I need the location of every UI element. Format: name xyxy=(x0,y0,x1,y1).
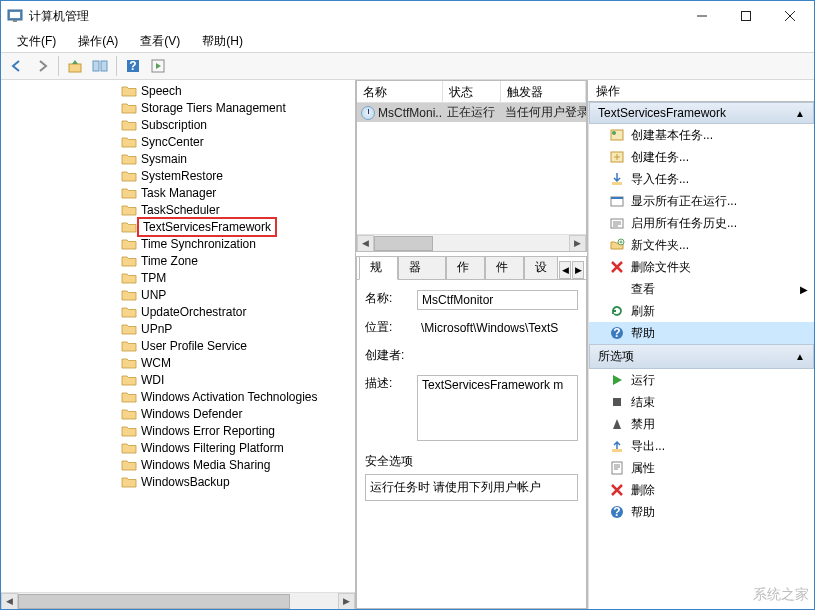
action-help[interactable]: ?帮助 xyxy=(589,322,814,344)
action-delete[interactable]: 删除 xyxy=(589,479,814,501)
tree-item-windowsbackup[interactable]: WindowsBackup xyxy=(1,473,355,490)
tree-item-storage-tiers-management[interactable]: Storage Tiers Management xyxy=(1,99,355,116)
tree-item-task-manager[interactable]: Task Manager xyxy=(1,184,355,201)
tree-item-time-zone[interactable]: Time Zone xyxy=(1,252,355,269)
tree-item-subscription[interactable]: Subscription xyxy=(1,116,355,133)
tree-item-unp[interactable]: UNP xyxy=(1,286,355,303)
action-enable-history[interactable]: 启用所有任务历史... xyxy=(589,212,814,234)
folder-icon xyxy=(121,237,137,251)
menu-action[interactable]: 操作(A) xyxy=(68,31,128,52)
action-label: 显示所有正在运行... xyxy=(631,193,737,210)
tree-hscrollbar[interactable]: ◀ ▶ xyxy=(1,592,355,609)
folder-icon xyxy=(121,390,137,404)
name-field[interactable]: MsCtfMonitor xyxy=(417,290,578,310)
tree-item-systemrestore[interactable]: SystemRestore xyxy=(1,167,355,184)
col-trigger[interactable]: 触发器 xyxy=(501,81,586,102)
up-button[interactable] xyxy=(63,55,87,77)
tab-triggers[interactable]: 触发器 xyxy=(398,256,446,279)
tree-item-label: UPnP xyxy=(141,322,172,336)
action-group-textservices[interactable]: TextServicesFramework ▲ xyxy=(589,102,814,124)
tree-item-time-synchronization[interactable]: Time Synchronization xyxy=(1,235,355,252)
tree-item-label: Time Zone xyxy=(141,254,198,268)
tree-item-windows-media-sharing[interactable]: Windows Media Sharing xyxy=(1,456,355,473)
folder-icon xyxy=(121,305,137,319)
tree-item-speech[interactable]: Speech xyxy=(1,82,355,99)
tree-item-textservicesframework[interactable]: TextServicesFramework xyxy=(1,218,355,235)
tree-item-synccenter[interactable]: SyncCenter xyxy=(1,133,355,150)
tree-item-updateorchestrator[interactable]: UpdateOrchestrator xyxy=(1,303,355,320)
maximize-button[interactable] xyxy=(724,2,768,30)
action-group-selected[interactable]: 所选项 ▲ xyxy=(589,344,814,369)
menu-file[interactable]: 文件(F) xyxy=(7,31,66,52)
minimize-button[interactable] xyxy=(680,2,724,30)
action-run[interactable]: 运行 xyxy=(589,369,814,391)
menu-help[interactable]: 帮助(H) xyxy=(192,31,253,52)
tree-item-windows-filtering-platform[interactable]: Windows Filtering Platform xyxy=(1,439,355,456)
help-icon: ? xyxy=(609,325,625,341)
tree-item-label: Task Manager xyxy=(141,186,216,200)
tree-item-wcm[interactable]: WCM xyxy=(1,354,355,371)
folder-icon xyxy=(121,203,137,217)
run-button[interactable] xyxy=(146,55,170,77)
svg-text:?: ? xyxy=(129,59,136,73)
tab-actions[interactable]: 操作 xyxy=(446,256,485,279)
tree-item-tpm[interactable]: TPM xyxy=(1,269,355,286)
tree-item-user-profile-service[interactable]: User Profile Service xyxy=(1,337,355,354)
svg-text:?: ? xyxy=(613,326,620,340)
title-bar: 计算机管理 xyxy=(1,1,814,31)
tree-item-sysmain[interactable]: Sysmain xyxy=(1,150,355,167)
tasklist-hscrollbar[interactable]: ◀ ▶ xyxy=(357,234,586,251)
action-show-running[interactable]: 显示所有正在运行... xyxy=(589,190,814,212)
desc-field[interactable]: TextServicesFramework m xyxy=(417,375,578,441)
tab-general[interactable]: 常规 xyxy=(359,256,398,280)
actions-pane: 操作 TextServicesFramework ▲ 创建基本任务...创建任务… xyxy=(588,80,814,609)
close-button[interactable] xyxy=(768,2,812,30)
back-button[interactable] xyxy=(5,55,29,77)
view-icon xyxy=(609,281,625,297)
refresh-icon xyxy=(609,303,625,319)
location-label: 位置: xyxy=(365,319,417,336)
action-export[interactable]: 导出... xyxy=(589,435,814,457)
task-list: 名称 状态 触发器 MsCtfMoni...正在运行当任何用户登录 ◀ ▶ xyxy=(356,80,587,252)
enable-history-icon xyxy=(609,215,625,231)
tab-nav-right[interactable]: ▶ xyxy=(572,261,584,279)
show-hide-button[interactable] xyxy=(88,55,112,77)
action-end[interactable]: 结束 xyxy=(589,391,814,413)
forward-button[interactable] xyxy=(30,55,54,77)
action-help[interactable]: ?帮助 xyxy=(589,501,814,523)
tree-scroll[interactable]: SpeechStorage Tiers ManagementSubscripti… xyxy=(1,80,355,592)
action-disable[interactable]: 禁用 xyxy=(589,413,814,435)
action-task-create[interactable]: 创建任务... xyxy=(589,146,814,168)
help-button[interactable]: ? xyxy=(121,55,145,77)
tree-item-windows-activation-technologies[interactable]: Windows Activation Technologies xyxy=(1,388,355,405)
tree-item-upnp[interactable]: UPnP xyxy=(1,320,355,337)
tree-item-label: Speech xyxy=(141,84,182,98)
tree-item-taskscheduler[interactable]: TaskScheduler xyxy=(1,201,355,218)
task-row[interactable]: MsCtfMoni...正在运行当任何用户登录 xyxy=(357,103,586,122)
col-name[interactable]: 名称 xyxy=(357,81,443,102)
action-view[interactable]: 查看▶ xyxy=(589,278,814,300)
svg-rect-16 xyxy=(612,182,622,185)
tab-settings[interactable]: 设 xyxy=(524,256,558,279)
detail-pane: 常规 触发器 操作 条件 设 ◀ ▶ 名称: MsCtfMonitor 位置: … xyxy=(356,256,587,609)
security-text: 运行任务时 请使用下列用户帐户 xyxy=(365,474,578,501)
action-import[interactable]: 导入任务... xyxy=(589,168,814,190)
action-new-folder[interactable]: 新文件夹... xyxy=(589,234,814,256)
tab-conditions[interactable]: 条件 xyxy=(485,256,524,279)
tree-item-wdi[interactable]: WDI xyxy=(1,371,355,388)
tree-item-label: Windows Filtering Platform xyxy=(141,441,284,455)
folder-icon xyxy=(121,288,137,302)
scroll-right-arrow[interactable]: ▶ xyxy=(338,593,355,610)
tree-item-label: SystemRestore xyxy=(141,169,223,183)
action-properties[interactable]: 属性 xyxy=(589,457,814,479)
tab-nav-left[interactable]: ◀ xyxy=(559,261,571,279)
action-task-basic[interactable]: 创建基本任务... xyxy=(589,124,814,146)
menu-view[interactable]: 查看(V) xyxy=(130,31,190,52)
menu-bar: 文件(F) 操作(A) 查看(V) 帮助(H) xyxy=(1,31,814,52)
scroll-left-arrow[interactable]: ◀ xyxy=(1,593,18,610)
col-status[interactable]: 状态 xyxy=(443,81,501,102)
action-refresh[interactable]: 刷新 xyxy=(589,300,814,322)
tree-item-windows-defender[interactable]: Windows Defender xyxy=(1,405,355,422)
tree-item-windows-error-reporting[interactable]: Windows Error Reporting xyxy=(1,422,355,439)
action-delete-folder[interactable]: 删除文件夹 xyxy=(589,256,814,278)
